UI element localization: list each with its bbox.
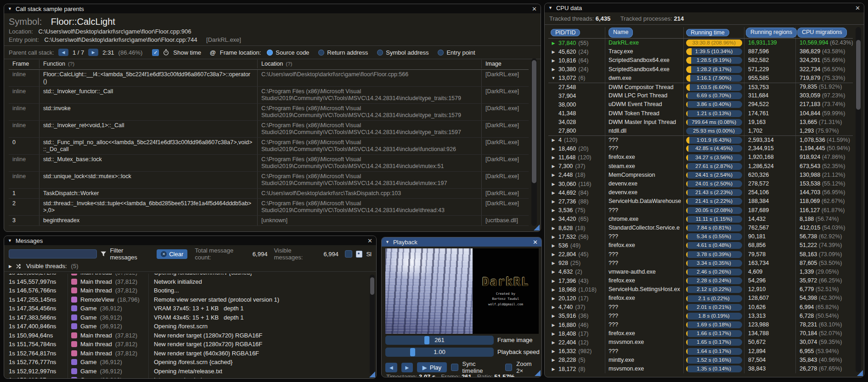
expand-arrow-icon[interactable]: ▶ [551, 58, 556, 63]
message-row[interactable]: 1s 147,255,145ns RemoteView (18,796) Rem… [4, 295, 369, 304]
frame-function[interactable]: std::invoke [39, 104, 258, 120]
cpu-process-row[interactable]: 27,548 DWM Compositor Thread 1:03.5 (6.6… [548, 83, 853, 91]
frame-location-radio[interactable]: Return address [318, 49, 368, 56]
collapse-icon[interactable]: ▼ [548, 6, 552, 10]
cpu-process-row[interactable]: ▶ 44,692 (84) devenv.exe 21.43 s (2.23%)… [548, 188, 853, 197]
cpu-process-row[interactable]: 37,904 DWM LPC Port Thread 6.69 s (0.70%… [548, 91, 853, 100]
cpu-process-row[interactable]: ▶ 10,816 (64) ScriptedSandbox64.exe 1:28… [548, 56, 853, 65]
message-row[interactable]: 1s 151,754,784ns Main thread (37,812) Ne… [4, 340, 369, 349]
expand-arrow-icon[interactable]: ▶ [551, 226, 556, 230]
message-row[interactable]: 1s 120,335,272ns Main thread (37,812) Op… [4, 274, 369, 277]
callstack-scrollbar[interactable] [531, 58, 537, 226]
radio-icon[interactable] [267, 50, 273, 56]
frame-location-radio[interactable]: Entry point [438, 49, 475, 56]
message-row[interactable]: 1s 150,994,64ns Main thread (37,812) New… [4, 331, 369, 340]
expand-arrow-icon[interactable]: ▶ [551, 208, 556, 213]
expand-arrow-icon[interactable]: ▶ [551, 146, 556, 151]
expand-arrow-icon[interactable]: ▶ [551, 270, 556, 274]
scrollbar-thumb[interactable] [856, 40, 861, 110]
cpu-process-row[interactable]: ▶ 11,648 (120) firefox.exe 34.27 s (3.56… [548, 153, 853, 162]
cpu-process-row[interactable]: ▶ 4,740 (37) ??? 2.01 s (0.21%) 10,626 6… [548, 303, 853, 312]
expand-arrow-icon[interactable]: ▶ [551, 50, 556, 54]
cpu-process-row[interactable]: ▶ 18,460 (20) ??? 42.85 s (4.45%) 2,344,… [548, 144, 853, 153]
frame-function[interactable]: std::_Mutex_base::lock [39, 155, 258, 171]
resize-grip[interactable] [534, 225, 540, 230]
messages-scrollbar[interactable] [370, 275, 375, 375]
cpu-process-row[interactable]: ▶ 37,840 (55) DarkRL.exe 33:30.8 (208.96… [548, 39, 853, 47]
frame-function[interactable]: std::thread::_Invoke<std::tuple<<lambda_… [39, 199, 258, 215]
cpu-process-row[interactable]: 27,800 ntdll.dll 25.93 ms (0.00%) 1,702 … [548, 127, 853, 135]
cpu-process-row[interactable]: ▶ 20,120 (17) firefox.exe 2.1 s (0.22%) … [548, 294, 853, 303]
next-frame-button[interactable]: ▶ [401, 363, 413, 372]
callstack-frame-row[interactable]: inline std::_Mutex_base::lock C:\Program… [9, 155, 529, 172]
expand-arrow-icon[interactable]: ▶ [551, 173, 556, 177]
expand-arrow-icon[interactable]: ▶ [551, 349, 556, 354]
cpu-process-row[interactable]: 38,000 uDWM Event Thread 3.86 s (0.40%) … [548, 100, 853, 109]
cpu-process-row[interactable]: 34,028 DWM Master Input Thread 799.64 ms… [548, 118, 853, 127]
message-row[interactable]: 1s 152,764,817ns Main thread (37,812) Ne… [4, 349, 369, 358]
playback-titlebar[interactable]: ▼ Playback ✕ [382, 237, 541, 247]
expand-arrow-icon[interactable]: ▶ [551, 340, 556, 345]
visible-threads-row[interactable]: ▶ Visible threads: (5) [4, 261, 376, 272]
cpu-process-row[interactable]: ▶ 4 (120) ??? 1:01.9 (6.43%) 2,593,314 1… [548, 135, 853, 144]
cpu-process-row[interactable]: ▶ 45,620 (24) Tracy.exe 1:39.5 (10.34%) … [548, 47, 853, 56]
frame-location-radio[interactable]: Symbol address [377, 49, 428, 56]
cpu-process-row[interactable]: ▶ 22,804 (45) ??? 3.78 s (0.39%) 79,578 … [548, 250, 853, 259]
cpu-process-row[interactable]: ▶ 22,404 (12) msvsmon.exe 1.65 s (0.17%)… [548, 338, 853, 347]
prev-parent-button[interactable]: ◀ [58, 49, 68, 56]
sort-pid-button[interactable]: PID/TID [551, 29, 580, 36]
cpu-process-row[interactable]: ▶ 18,968 (1,018) ServiceHub.SettingsHost… [548, 285, 853, 294]
radio-icon[interactable] [377, 50, 383, 56]
message-row[interactable]: 1s 147,383,566ns Game (36,912) VRAM 43x4… [4, 313, 369, 322]
scrollbar-thumb[interactable] [532, 60, 536, 183]
cpu-titlebar[interactable]: ▼ CPU data ✕ [545, 3, 864, 12]
frame-function[interactable]: Floor::CalcLight::__l4::<lambda_5bc224f1… [39, 70, 258, 86]
expand-arrow-icon[interactable]: ▶ [551, 67, 556, 72]
frame-function[interactable]: std::_Invoker_functor::_Call [39, 87, 258, 103]
cpu-process-row[interactable]: ▶ 3,536 (75) ??? 20.05 s (2.08%) 187,689… [548, 206, 853, 215]
cpu-process-row[interactable]: ▶ 928 (25) ??? 3.34 s (0.35%) 163,734 87… [548, 259, 853, 268]
expand-arrow-icon[interactable]: ▶ [551, 41, 556, 45]
cpu-process-row[interactable]: ▶ 34,420 (65) chrome.exe 11.11 s (1.15%)… [548, 215, 853, 224]
callstack-frame-row[interactable]: 2 std::thread::_Invoke<std::tuple<<lambd… [9, 199, 529, 216]
show-time-checkbox[interactable]: ✓ [152, 49, 159, 56]
collapse-icon[interactable]: ▼ [8, 238, 12, 243]
callstack-frame-row[interactable]: inline std::_Invoker_functor::_Call C:\P… [9, 87, 529, 104]
playback-speed-slider[interactable]: 1.00 [385, 348, 494, 357]
cpu-process-row[interactable]: ▶ 18,408 (17) firefox.exe 1.66 s (0.17%)… [548, 329, 853, 338]
sort-name-button[interactable]: Name [609, 28, 633, 37]
cpu-process-row[interactable]: ▶ 35,916 (36) ??? 1.8 s (0.19%) 13,313 6… [548, 312, 853, 320]
close-icon[interactable]: ✕ [532, 6, 537, 12]
cpu-process-row[interactable]: ▶ 17,396 (43) firefox.exe 2.28 s (0.24%)… [548, 276, 853, 285]
frame-function[interactable]: beginthreadex [39, 216, 258, 225]
message-row[interactable]: 1s 147,354,456ns Game (36,912) VRAM 37x4… [4, 304, 369, 313]
message-row[interactable]: 1s 153,116,37ns Game (36,912) Intro menu… [4, 376, 369, 378]
resize-grip[interactable] [369, 371, 375, 377]
callstack-frame-row[interactable]: inline Floor::CalcLight::__l4::<lambda_5… [9, 70, 529, 87]
expand-arrow-icon[interactable]: ▶ [551, 243, 556, 248]
sync-timeline-checkbox[interactable] [451, 364, 458, 371]
expand-arrow-icon[interactable]: ▶ [551, 252, 556, 257]
scrollbar-thumb[interactable] [370, 277, 374, 295]
frame-function[interactable]: TaskDispatch::Worker [39, 189, 258, 198]
radio-icon[interactable] [438, 50, 444, 56]
messages-titlebar[interactable]: ▼ Messages ✕ [4, 236, 376, 245]
cpu-process-row[interactable]: ▶ 30,060 (116) devenv.exe 24.01 s (2.50%… [548, 180, 853, 188]
cpu-process-row[interactable]: ▶ 27,736 (88) ServiceHub.DataWarehouse 2… [548, 197, 853, 206]
cpu-process-row[interactable]: ▶ 7,300 (37) steam.exe 27.61 s (2.87%) 1… [548, 162, 853, 171]
expand-arrow-icon[interactable]: ▼ [551, 76, 556, 80]
cpu-process-row[interactable]: ▶ 536 (49) firefox.exe 4.61 s (0.48%) 68… [548, 241, 853, 250]
close-icon[interactable]: ✕ [533, 239, 538, 246]
close-icon[interactable]: ✕ [367, 237, 372, 244]
expand-arrow-icon[interactable]: ▶ [551, 331, 556, 336]
expand-arrow-icon[interactable]: ▶ [551, 235, 556, 239]
next-parent-button[interactable]: ▶ [88, 49, 98, 56]
expand-arrow-icon[interactable]: ▶ [551, 367, 556, 371]
expand-arrow-icon[interactable]: ▶ [551, 138, 556, 142]
frame-location-radio[interactable]: Source code [267, 49, 309, 56]
callstack-frame-row[interactable]: inline std::invoke C:\Program Files (x86… [9, 104, 529, 121]
callstack-frame-row[interactable]: 0 std::_Func_impl_no_alloc<<lambda_5bc22… [9, 138, 529, 155]
callstack-titlebar[interactable]: ▼ Call stack sample parents ✕ [4, 4, 541, 13]
cpu-process-row[interactable]: ▼ 13,072 (6) dwm.exe 1:16.1 (7.90%) 955,… [548, 74, 853, 83]
expand-arrow-icon[interactable]: ▶ [551, 279, 556, 283]
